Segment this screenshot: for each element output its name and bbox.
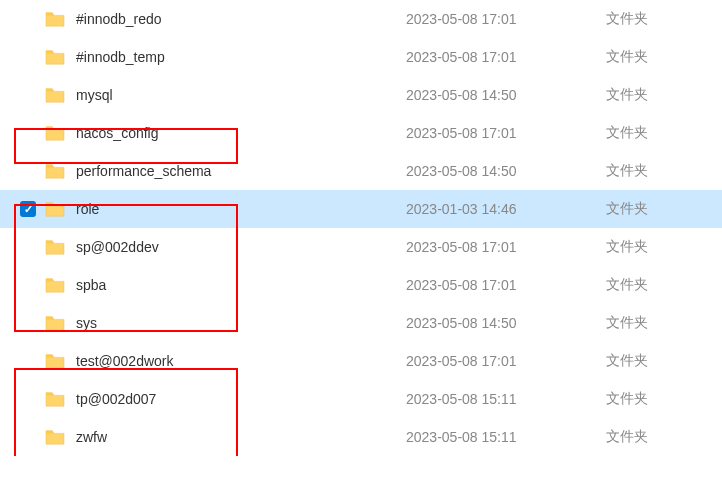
file-type: 文件夹 [606, 238, 648, 256]
file-date: 2023-05-08 14:50 [406, 87, 606, 103]
table-row[interactable]: performance_schema2023-05-08 14:50文件夹 [0, 152, 722, 190]
file-name: test@002dwork [76, 353, 406, 369]
file-name: tp@002d007 [76, 391, 406, 407]
folder-icon [44, 48, 66, 66]
folder-icon [44, 238, 66, 256]
file-date: 2023-05-08 17:01 [406, 125, 606, 141]
table-row[interactable]: #innodb_redo2023-05-08 17:01文件夹 [0, 0, 722, 38]
file-name: zwfw [76, 429, 406, 445]
file-name: performance_schema [76, 163, 406, 179]
folder-icon [44, 86, 66, 104]
table-row[interactable]: #innodb_temp2023-05-08 17:01文件夹 [0, 38, 722, 76]
file-type: 文件夹 [606, 276, 648, 294]
folder-icon [44, 428, 66, 446]
file-type: 文件夹 [606, 124, 648, 142]
table-row[interactable]: test@002dwork2023-05-08 17:01文件夹 [0, 342, 722, 380]
table-row[interactable]: nacos_config2023-05-08 17:01文件夹 [0, 114, 722, 152]
file-name: nacos_config [76, 125, 406, 141]
file-date: 2023-05-08 14:50 [406, 315, 606, 331]
folder-icon [44, 314, 66, 332]
table-row[interactable]: zwfw2023-05-08 15:11文件夹 [0, 418, 722, 456]
file-name: #innodb_redo [76, 11, 406, 27]
file-name: role [76, 201, 406, 217]
file-date: 2023-05-08 17:01 [406, 353, 606, 369]
file-date: 2023-05-08 15:11 [406, 391, 606, 407]
file-type: 文件夹 [606, 390, 648, 408]
file-date: 2023-05-08 17:01 [406, 49, 606, 65]
file-type: 文件夹 [606, 48, 648, 66]
file-date: 2023-05-08 14:50 [406, 163, 606, 179]
file-type: 文件夹 [606, 200, 648, 218]
file-date: 2023-05-08 17:01 [406, 277, 606, 293]
file-name: #innodb_temp [76, 49, 406, 65]
table-row[interactable]: mysql2023-05-08 14:50文件夹 [0, 76, 722, 114]
table-row[interactable]: sys2023-05-08 14:50文件夹 [0, 304, 722, 342]
table-row[interactable]: tp@002d0072023-05-08 15:11文件夹 [0, 380, 722, 418]
file-date: 2023-01-03 14:46 [406, 201, 606, 217]
file-type: 文件夹 [606, 428, 648, 446]
folder-icon [44, 352, 66, 370]
folder-icon [44, 276, 66, 294]
folder-icon [44, 390, 66, 408]
file-date: 2023-05-08 17:01 [406, 239, 606, 255]
folder-icon [44, 124, 66, 142]
table-row[interactable]: role2023-01-03 14:46文件夹 [0, 190, 722, 228]
file-type: 文件夹 [606, 352, 648, 370]
table-row[interactable]: spba2023-05-08 17:01文件夹 [0, 266, 722, 304]
file-name: mysql [76, 87, 406, 103]
file-name: sp@002ddev [76, 239, 406, 255]
folder-icon [44, 162, 66, 180]
checkbox[interactable] [20, 201, 36, 217]
file-type: 文件夹 [606, 314, 648, 332]
file-type: 文件夹 [606, 86, 648, 104]
file-type: 文件夹 [606, 10, 648, 28]
folder-icon [44, 10, 66, 28]
file-date: 2023-05-08 17:01 [406, 11, 606, 27]
file-date: 2023-05-08 15:11 [406, 429, 606, 445]
file-type: 文件夹 [606, 162, 648, 180]
table-row[interactable]: sp@002ddev2023-05-08 17:01文件夹 [0, 228, 722, 266]
file-list: #innodb_redo2023-05-08 17:01文件夹#innodb_t… [0, 0, 722, 456]
file-name: sys [76, 315, 406, 331]
folder-icon [44, 200, 66, 218]
file-name: spba [76, 277, 406, 293]
